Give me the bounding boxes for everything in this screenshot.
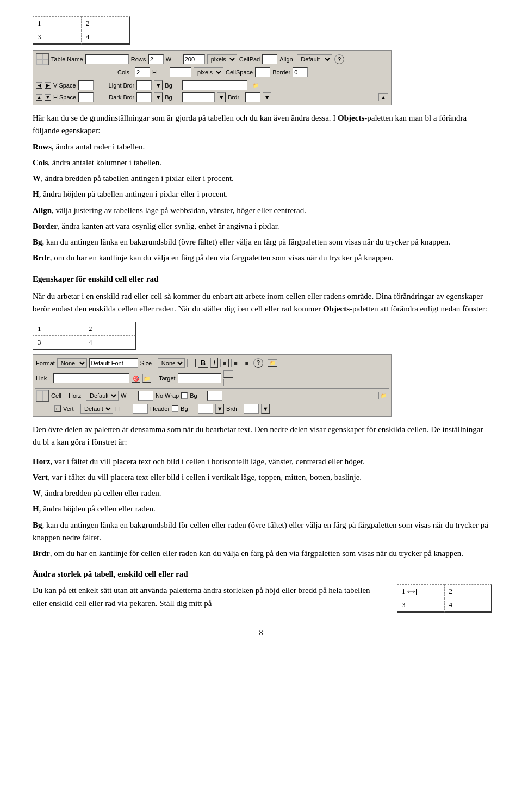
bottom-text: Du kan på ett enkelt sätt utan att använ… xyxy=(33,584,386,610)
align-right-text-btn[interactable]: ≡ xyxy=(243,359,251,367)
diag3-cell-4: 4 xyxy=(445,598,493,613)
font-input[interactable] xyxy=(89,358,138,368)
brdr-color-btn-2[interactable]: ▼ xyxy=(261,404,270,414)
w-label-2: W xyxy=(121,392,136,399)
align-left-text-btn[interactable]: ≡ xyxy=(220,359,229,367)
folder-btn-1[interactable]: 📁 xyxy=(251,82,260,89)
help-button-2[interactable]: ? xyxy=(253,358,263,368)
rows-input[interactable] xyxy=(148,54,164,64)
list-item-brdr: Brdr, om du har en kantlinje kan du välj… xyxy=(33,252,489,264)
list-item-rows: Rows, ändra antal rader i tabellen. xyxy=(33,141,489,153)
pixels-dropdown-2[interactable]: pixels% xyxy=(194,67,223,77)
header-label: Header xyxy=(150,405,170,412)
align-left-btn[interactable]: ◀ xyxy=(36,82,42,89)
header-checkbox[interactable] xyxy=(172,405,178,412)
diag2-cell-1: 1 | xyxy=(33,322,84,336)
diag2-cell-3: 3 xyxy=(33,336,84,350)
w-input[interactable] xyxy=(183,54,205,64)
bg-input-2[interactable] xyxy=(182,92,215,102)
bottom-section: Du kan på ett enkelt sätt utan att använ… xyxy=(33,584,489,613)
link-input[interactable] xyxy=(53,373,129,383)
cellpad-input[interactable] xyxy=(262,54,277,64)
h-input[interactable] xyxy=(170,67,191,77)
pixels-dropdown-1[interactable]: pixels% xyxy=(207,54,237,64)
align-center-text-btn[interactable]: ≡ xyxy=(231,359,240,367)
border-label: Border xyxy=(272,69,290,76)
h-label-2: H xyxy=(115,405,130,412)
diag2-cell-2: 2 xyxy=(84,322,136,336)
link-folder-btn[interactable]: 📁 xyxy=(142,374,151,383)
bg-input-4[interactable] xyxy=(198,404,213,414)
align-label: Align xyxy=(279,56,295,63)
dark-brdr-color-btn[interactable]: ▼ xyxy=(154,92,163,102)
list-item-border: Border, ändra kanten att vara osynlig el… xyxy=(33,220,489,233)
brdr-color-btn[interactable]: ▼ xyxy=(263,92,271,102)
italic-button[interactable]: I xyxy=(210,358,218,368)
cellspace-input[interactable] xyxy=(255,67,270,77)
section3-para: Du kan på ett enkelt sätt utan att använ… xyxy=(33,584,386,610)
table-name-input[interactable] xyxy=(85,54,129,64)
target-input[interactable] xyxy=(178,373,221,383)
size-dropdown[interactable]: None xyxy=(158,358,185,368)
folder-btn-3[interactable]: 📁 xyxy=(378,392,388,399)
scroll-up-btn[interactable]: ▲ xyxy=(378,93,388,101)
indent-btn-2[interactable] xyxy=(223,379,233,386)
list-item-h: H, ändra höjden på tabellen antingen i p… xyxy=(33,188,489,201)
align-right-btn[interactable]: ▶ xyxy=(45,82,51,89)
vspace-label: V Space xyxy=(53,82,76,89)
objects-panel-1: Table Name Rows W pixels% CellPad Align … xyxy=(33,50,391,105)
bg-color-btn[interactable]: ▼ xyxy=(217,92,226,102)
light-brdr-color-btn[interactable]: ▼ xyxy=(154,80,163,90)
cols-input[interactable] xyxy=(135,67,150,77)
list-item-cols: Cols, ändra antalet kolumner i tabellen. xyxy=(33,157,489,169)
cell-w-input[interactable] xyxy=(138,391,153,401)
color-swatch[interactable] xyxy=(187,359,196,367)
bold-button[interactable]: B xyxy=(198,358,208,368)
list2-item-horz: Horz, var i fältet du vill placera text … xyxy=(33,455,489,468)
format-dropdown[interactable]: None xyxy=(57,358,87,368)
diagram-cell-2: 2 xyxy=(82,16,130,30)
indent-btn-1[interactable] xyxy=(223,370,233,378)
bg-label-4: Bg xyxy=(181,405,196,412)
size-label: Size xyxy=(140,360,156,366)
diag3-cell-1: 1 ⟺ xyxy=(397,584,445,598)
list2-item-w: W, ändra bredden på cellen eller raden. xyxy=(33,487,489,499)
no-wrap-checkbox[interactable] xyxy=(181,392,188,399)
diagram-cell-4: 4 xyxy=(82,30,130,45)
align-top-btn[interactable]: ▲ xyxy=(36,94,42,101)
help-button[interactable]: ? xyxy=(334,54,344,64)
brdr-input[interactable] xyxy=(245,92,260,102)
cell-align-btn[interactable]: □ xyxy=(54,405,61,412)
cell-icon xyxy=(36,390,49,402)
list-item-bg: Bg, kan du antingen länka en bakgrundsbi… xyxy=(33,236,489,248)
border-input[interactable] xyxy=(293,67,308,77)
main-text-section-1: Här kan du se de grundinställningar som … xyxy=(33,112,489,265)
light-brdr-input[interactable] xyxy=(136,80,152,90)
dark-brdr-label: Dark Brdr xyxy=(109,94,134,101)
bg-color-btn-2[interactable]: ▼ xyxy=(215,404,224,414)
folder-btn-2[interactable]: 📁 xyxy=(268,359,277,367)
diag3-cell-2: 2 xyxy=(445,584,493,598)
align-dropdown[interactable]: DefaultLeftCenterRight xyxy=(297,54,332,64)
horz-dropdown[interactable]: DefaultLeftCenterRight xyxy=(86,391,119,401)
format-label: Format xyxy=(36,360,55,366)
second-table-diagram: 1 | 2 3 4 xyxy=(33,322,141,350)
link-color-btn[interactable]: 🎯 xyxy=(132,374,140,383)
brdr-input-2[interactable] xyxy=(244,404,259,414)
vert-dropdown[interactable]: DefaultTopMiddleBottomBaseline xyxy=(80,404,113,414)
bg-input-3[interactable] xyxy=(207,391,222,401)
page-number: 8 xyxy=(33,629,489,638)
horz-label: Horz xyxy=(69,392,84,399)
align-bottom-btn[interactable]: ▼ xyxy=(45,94,51,101)
list-item-align: Align, välja justering av tabellens läge… xyxy=(33,204,489,217)
table-name-label: Table Name xyxy=(51,56,83,63)
link-label: Link xyxy=(36,375,51,382)
hspace-input[interactable] xyxy=(78,92,94,102)
dark-brdr-input[interactable] xyxy=(136,92,152,102)
brdr-label-1: Brdr xyxy=(228,94,243,101)
list2-item-vert: Vert, var i fältet du vill placera text … xyxy=(33,471,489,484)
bg-input-1[interactable] xyxy=(182,80,247,90)
cell-label: Cell xyxy=(51,392,66,399)
vspace-input[interactable] xyxy=(78,80,94,90)
cell-h-input[interactable] xyxy=(133,404,148,414)
